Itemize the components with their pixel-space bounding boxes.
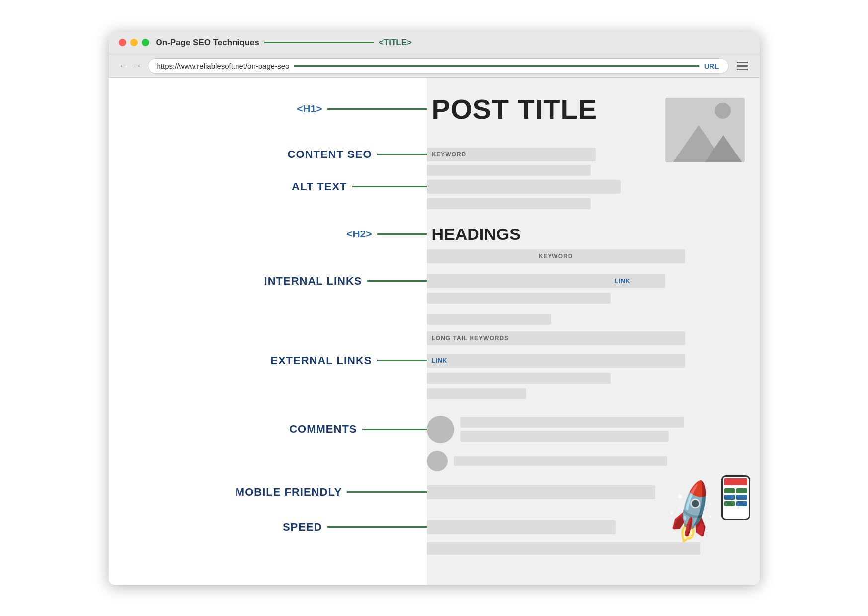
content-seo-content: KEYWORD bbox=[427, 148, 760, 161]
alt-text-row: ALT TEXT bbox=[109, 180, 760, 194]
h1-connector bbox=[327, 108, 427, 110]
external-links-label-group: EXTERNAL LINKS bbox=[109, 354, 427, 367]
h2-label-group: <H2> bbox=[109, 228, 427, 240]
menu-button[interactable] bbox=[735, 61, 750, 71]
nav-arrows: ← → bbox=[119, 61, 142, 71]
keyword-label-2: KEYWORD bbox=[539, 253, 573, 260]
external-links-para bbox=[427, 373, 611, 384]
speed-label: SPEED bbox=[283, 521, 322, 534]
alt-text-label-group: ALT TEXT bbox=[109, 180, 427, 193]
content-seo-label-group: CONTENT SEO bbox=[109, 148, 427, 161]
h1-label-group: <H1> bbox=[109, 103, 427, 115]
title-connector-line bbox=[264, 42, 374, 43]
title-tag: <TITLE> bbox=[379, 38, 412, 48]
speed-row: SPEED 🚀 bbox=[109, 520, 760, 534]
post-title-text: POST TITLE bbox=[432, 93, 598, 125]
back-arrow[interactable]: ← bbox=[119, 61, 128, 71]
alt-text-content bbox=[427, 180, 760, 194]
external-links-bar: LINK bbox=[427, 354, 685, 368]
long-tail-label: LONG TAIL KEYWORDS bbox=[432, 335, 509, 342]
internal-links-content: LINK bbox=[427, 274, 760, 288]
h2-row: <H2> HEADINGS bbox=[109, 225, 760, 244]
speed-label-group: SPEED bbox=[109, 521, 427, 534]
comments-label: COMMENTS bbox=[289, 423, 357, 436]
external-links-content: LINK bbox=[427, 354, 760, 368]
maximize-button[interactable] bbox=[142, 39, 149, 46]
keyword-bar-1: KEYWORD bbox=[427, 148, 596, 161]
content-seo-label: CONTENT SEO bbox=[288, 148, 372, 161]
link-label-1: LINK bbox=[615, 278, 631, 285]
mobile-friendly-connector bbox=[347, 491, 427, 493]
post-title-content: POST TITLE bbox=[432, 93, 598, 125]
internal-links-bar: LINK bbox=[427, 274, 665, 288]
comments-connector bbox=[362, 429, 427, 430]
headings-text: HEADINGS bbox=[432, 225, 521, 243]
internal-links-row: INTERNAL LINKS LINK bbox=[109, 274, 760, 288]
external-links-label: EXTERNAL LINKS bbox=[270, 354, 372, 367]
mobile-friendly-label: MOBILE FRIENDLY bbox=[236, 486, 342, 499]
browser-title: On-Page SEO Techniques <TITLE> bbox=[156, 38, 750, 48]
bottom-bar bbox=[427, 542, 700, 555]
spacer-block bbox=[427, 314, 551, 325]
keyword-label-1: KEYWORD bbox=[432, 151, 467, 158]
url-text: https://www.reliablesoft.net/on-page-seo bbox=[157, 62, 290, 70]
speed-connector bbox=[327, 526, 427, 528]
comments-row: COMMENTS bbox=[109, 416, 760, 443]
address-bar: ← → https://www.reliablesoft.net/on-page… bbox=[109, 54, 760, 78]
url-label: URL bbox=[704, 62, 719, 70]
internal-links-connector bbox=[367, 280, 427, 282]
h2-content: HEADINGS bbox=[432, 225, 521, 244]
external-links-row: EXTERNAL LINKS LINK bbox=[109, 354, 760, 368]
content-seo-connector bbox=[377, 154, 427, 155]
comments-content bbox=[427, 416, 760, 443]
internal-links-label: INTERNAL LINKS bbox=[264, 275, 362, 288]
comments-label-group: COMMENTS bbox=[109, 423, 427, 436]
external-links-connector bbox=[377, 360, 427, 361]
h2-connector bbox=[377, 233, 427, 235]
comment-row-2 bbox=[427, 451, 682, 471]
alt-text-para bbox=[427, 198, 760, 209]
url-box[interactable]: https://www.reliablesoft.net/on-page-seo… bbox=[148, 58, 729, 74]
main-content: <H1> POST TITLE CON bbox=[109, 78, 760, 585]
browser-window: On-Page SEO Techniques <TITLE> ← → https… bbox=[109, 32, 760, 585]
h2-keyword-bar: KEYWORD bbox=[427, 249, 745, 263]
url-connector-line bbox=[294, 65, 699, 67]
mobile-friendly-label-group: MOBILE FRIENDLY bbox=[109, 486, 427, 499]
long-tail-row: LONG TAIL KEYWORDS bbox=[427, 331, 745, 345]
traffic-lights bbox=[119, 39, 149, 46]
long-tail-bar: LONG TAIL KEYWORDS bbox=[427, 331, 685, 345]
keyword-bar-2: KEYWORD bbox=[427, 249, 685, 263]
content-seo-row: CONTENT SEO KEYWORD bbox=[109, 148, 760, 161]
h2-tag-label: <H2> bbox=[346, 228, 372, 240]
minimize-button[interactable] bbox=[130, 39, 138, 46]
h1-tag-label: <H1> bbox=[297, 103, 322, 115]
alt-text-connector bbox=[352, 186, 427, 187]
page-title: On-Page SEO Techniques bbox=[156, 38, 259, 48]
h1-row: <H1> POST TITLE bbox=[109, 93, 760, 125]
alt-text-label: ALT TEXT bbox=[292, 180, 347, 193]
content-overlay: <H1> POST TITLE CON bbox=[109, 78, 760, 585]
content-seo-para bbox=[427, 165, 660, 176]
avatar-icon bbox=[427, 416, 454, 443]
mobile-friendly-row: MOBILE FRIENDLY bbox=[109, 485, 760, 499]
external-links-para2 bbox=[427, 388, 526, 399]
close-button[interactable] bbox=[119, 39, 126, 46]
title-bar: On-Page SEO Techniques <TITLE> bbox=[109, 32, 760, 54]
link-label-2: LINK bbox=[432, 357, 448, 364]
internal-links-label-group: INTERNAL LINKS bbox=[109, 275, 427, 288]
internal-links-para bbox=[427, 293, 611, 304]
alt-text-bar bbox=[427, 180, 621, 194]
mountain-sun-icon bbox=[715, 103, 731, 119]
forward-arrow[interactable]: → bbox=[133, 61, 142, 71]
avatar-icon-2 bbox=[427, 451, 448, 471]
